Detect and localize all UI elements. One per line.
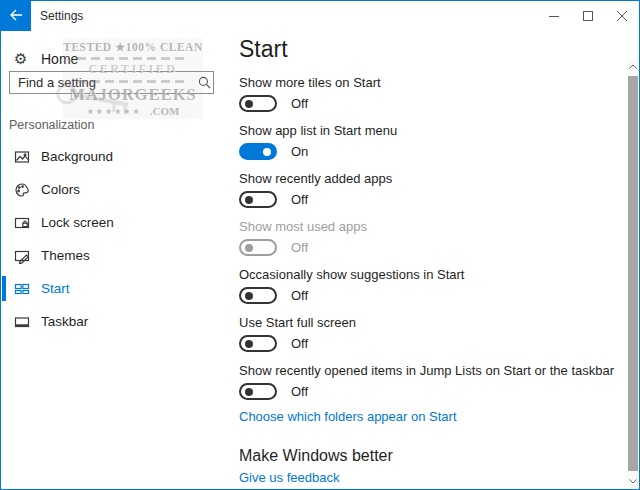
sidebar-item-label: Start	[41, 281, 70, 296]
toggle-state-label: Off	[291, 95, 308, 112]
toggle-switch[interactable]	[239, 143, 277, 160]
toggle-knob	[263, 148, 271, 156]
setting-show-most-used: Show most used apps Off	[239, 219, 619, 256]
settings-window: Settings ⚙ Home	[0, 0, 640, 490]
toggle-state-label: Off	[291, 239, 308, 256]
sidebar-item-taskbar[interactable]: Taskbar	[1, 305, 238, 338]
sidebar-item-start[interactable]: Start	[1, 272, 238, 305]
close-icon	[617, 7, 627, 25]
setting-show-more-tiles: Show more tiles on Start Off	[239, 75, 619, 112]
setting-label: Use Start full screen	[239, 315, 619, 331]
toggle-switch[interactable]	[239, 383, 277, 400]
scrollbar-thumb[interactable]	[628, 76, 638, 471]
setting-show-app-list: Show app list in Start menu On	[239, 123, 619, 160]
sidebar-item-colors[interactable]: Colors	[1, 173, 238, 206]
setting-label: Show app list in Start menu	[239, 123, 619, 139]
maximize-button[interactable]	[571, 1, 605, 31]
sidebar-item-lock-screen[interactable]: Lock screen	[1, 206, 238, 239]
themes-icon	[14, 248, 30, 264]
section-label-personalization: Personalization	[9, 118, 94, 132]
sidebar-item-themes[interactable]: Themes	[1, 239, 238, 272]
setting-label: Show most used apps	[239, 219, 619, 235]
toggle-state-label: Off	[291, 191, 308, 208]
setting-label: Occasionally show suggestions in Start	[239, 267, 619, 283]
sidebar-nav: Background Colors Lock screen Themes	[1, 140, 238, 338]
toggle-knob	[245, 340, 253, 348]
search-box	[9, 71, 214, 94]
window-title: Settings	[40, 1, 83, 31]
taskbar-icon	[14, 314, 30, 330]
toggle-knob	[245, 196, 253, 204]
toggle-knob	[245, 244, 253, 252]
sidebar-item-label: Themes	[41, 248, 90, 263]
minimize-button[interactable]	[537, 1, 571, 31]
setting-label: Show more tiles on Start	[239, 75, 619, 91]
give-feedback-link[interactable]: Give us feedback	[239, 470, 339, 485]
lock-screen-icon	[14, 215, 30, 231]
background-icon	[14, 149, 30, 165]
choose-folders-link[interactable]: Choose which folders appear on Start	[239, 409, 457, 424]
toggle-knob	[245, 388, 253, 396]
gear-icon: ⚙	[14, 51, 30, 67]
scrollbar[interactable]	[628, 59, 638, 488]
home-label: Home	[41, 51, 78, 67]
setting-jump-lists: Show recently opened items in Jump Lists…	[239, 363, 619, 400]
toggle-switch[interactable]	[239, 287, 277, 304]
sidebar-item-label: Taskbar	[41, 314, 88, 329]
toggle-state-label: Off	[291, 383, 308, 400]
make-windows-better-heading: Make Windows better	[239, 447, 393, 465]
search-input[interactable]	[10, 75, 198, 90]
sidebar-item-label: Background	[41, 149, 113, 164]
toggle-switch	[239, 239, 277, 256]
setting-show-suggestions: Occasionally show suggestions in Start O…	[239, 267, 619, 304]
close-button[interactable]	[605, 1, 639, 31]
toggle-switch[interactable]	[239, 191, 277, 208]
setting-label: Show recently opened items in Jump Lists…	[239, 363, 619, 379]
toggle-knob	[245, 100, 253, 108]
toggle-state-label: Off	[291, 287, 308, 304]
toggle-state-label: On	[291, 143, 308, 160]
scroll-up-icon[interactable]	[628, 59, 638, 73]
setting-label: Show recently added apps	[239, 171, 619, 187]
sidebar-item-label: Lock screen	[41, 215, 114, 230]
minimize-icon	[549, 7, 559, 25]
toggle-switch[interactable]	[239, 335, 277, 352]
toggle-state-label: Off	[291, 335, 308, 352]
toggle-knob	[245, 292, 253, 300]
sidebar: ⚙ Home Personalization Background Colors	[1, 31, 238, 489]
colors-icon	[14, 182, 30, 198]
sidebar-item-background[interactable]: Background	[1, 140, 238, 173]
scroll-down-icon[interactable]	[628, 474, 638, 488]
toggle-switch[interactable]	[239, 95, 277, 112]
search-icon[interactable]	[198, 76, 211, 89]
sidebar-item-label: Colors	[41, 182, 80, 197]
back-button[interactable]	[1, 1, 31, 31]
start-icon	[14, 281, 30, 297]
titlebar: Settings	[1, 1, 639, 31]
back-arrow-icon	[9, 7, 23, 25]
setting-show-recently-added: Show recently added apps Off	[239, 171, 619, 208]
maximize-icon	[583, 7, 593, 25]
setting-full-screen: Use Start full screen Off	[239, 315, 619, 352]
page-title: Start	[239, 36, 288, 63]
